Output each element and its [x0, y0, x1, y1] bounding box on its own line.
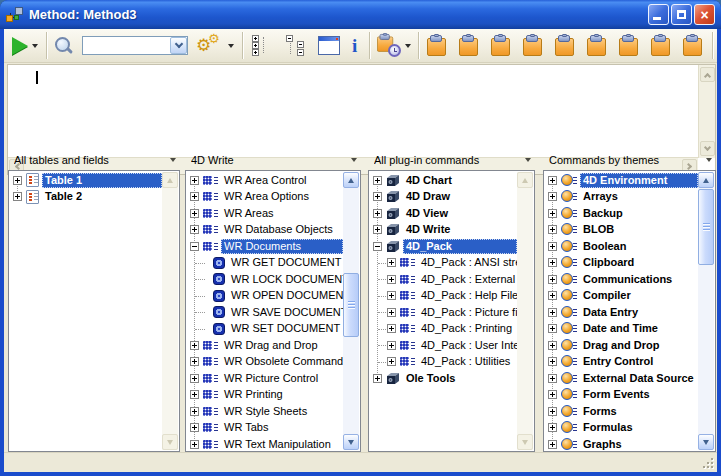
minimize-button[interactable]	[648, 4, 669, 25]
macros-dropdown-icon[interactable]	[405, 44, 411, 51]
settings-dropdown-icon[interactable]	[228, 44, 234, 51]
expand-icon[interactable]	[548, 423, 557, 432]
tree-item[interactable]: WR Area Control	[187, 172, 343, 189]
tree-item[interactable]: WR LOCK DOCUMENT	[187, 271, 343, 288]
tree-item[interactable]: WR Style Sheets	[187, 403, 343, 420]
expand-icon[interactable]	[548, 440, 557, 449]
tree-item[interactable]: WR Areas	[187, 205, 343, 222]
header-dropdown-icon[interactable]	[525, 158, 531, 165]
clipboard-button[interactable]	[587, 35, 606, 56]
collapse-all-button[interactable]	[286, 35, 306, 57]
tree-item[interactable]: 4D_Pack : Picture fil	[370, 304, 517, 321]
tree-item[interactable]: Table 2	[10, 189, 162, 206]
tree-item[interactable]: Ole Tools	[370, 370, 517, 387]
tree-item[interactable]: 4D View	[370, 205, 517, 222]
tree-item[interactable]: Boolean	[545, 238, 698, 255]
tree-item[interactable]: WR Drag and Drop	[187, 337, 343, 354]
expand-icon[interactable]	[548, 407, 557, 416]
scroll-up-button[interactable]	[698, 172, 714, 188]
tree-item[interactable]: Arrays	[545, 189, 698, 206]
tree-item[interactable]: WR Obsolete Commands	[187, 354, 343, 371]
scrollbar[interactable]	[698, 172, 714, 450]
panel-header[interactable]: Commands by themes	[543, 150, 716, 170]
tree-item[interactable]: Forms	[545, 403, 698, 420]
panel-header[interactable]: 4D Write	[185, 150, 361, 170]
search-input[interactable]	[83, 38, 170, 53]
tree-item[interactable]: WR Tabs	[187, 420, 343, 437]
scroll-up-button[interactable]	[162, 172, 178, 188]
tree-item[interactable]: WR SAVE DOCUMENT	[187, 304, 343, 321]
clipboard-button[interactable]	[555, 35, 574, 56]
clipboard-button[interactable]	[651, 35, 670, 56]
expand-icon[interactable]	[373, 209, 382, 218]
expand-icon[interactable]	[548, 308, 557, 317]
scroll-down-button[interactable]	[162, 434, 178, 450]
maximize-button[interactable]	[671, 4, 692, 25]
tree-item[interactable]: Communications	[545, 271, 698, 288]
tree-item[interactable]: 4D_Pack : ANSI stre	[370, 255, 517, 272]
expand-icon[interactable]	[190, 374, 199, 383]
expand-icon[interactable]	[548, 390, 557, 399]
tree-item[interactable]: Formulas	[545, 420, 698, 437]
tree-item[interactable]: Entry Control	[545, 354, 698, 371]
tree-item[interactable]: 4D_Pack : External	[370, 271, 517, 288]
plugin-command-list[interactable]: 4D Chart4D Draw4D View4D Write4D_Pack4D_…	[368, 170, 535, 452]
tree-item[interactable]: WR Picture Control	[187, 370, 343, 387]
scroll-down-button[interactable]	[698, 434, 714, 450]
collapse-icon[interactable]	[373, 242, 382, 251]
clipboard-button[interactable]	[683, 35, 702, 56]
clipboard-button[interactable]	[459, 35, 478, 56]
info-button[interactable]: i	[352, 36, 357, 55]
settings-button[interactable]: ⚙⚙	[198, 34, 234, 58]
editor-window-button[interactable]	[318, 36, 340, 55]
tree-item[interactable]: WR Area Options	[187, 189, 343, 206]
expand-icon[interactable]	[387, 324, 396, 333]
expand-icon[interactable]	[548, 374, 557, 383]
editor-vertical-scrollbar[interactable]	[698, 65, 715, 158]
run-dropdown-icon[interactable]	[32, 44, 38, 51]
expand-icon[interactable]	[190, 341, 199, 350]
tree-item[interactable]: WR SET DOCUMENT IN	[187, 321, 343, 338]
resize-grip-icon[interactable]	[700, 455, 714, 469]
expand-icon[interactable]	[190, 440, 199, 449]
expand-icon[interactable]	[548, 291, 557, 300]
tables-list[interactable]: Table 1Table 2	[8, 170, 180, 452]
expand-icon[interactable]	[190, 176, 199, 185]
tree-item[interactable]: 4D_Pack	[370, 238, 517, 255]
tree-item[interactable]: Compiler	[545, 288, 698, 305]
collapse-icon[interactable]	[190, 242, 199, 251]
scroll-down-button[interactable]	[343, 434, 359, 450]
tree-item[interactable]: 4D_Pack : Printing	[370, 321, 517, 338]
tree-item[interactable]: BLOB	[545, 222, 698, 239]
expand-icon[interactable]	[373, 176, 382, 185]
tree-item[interactable]: Drag and Drop	[545, 337, 698, 354]
expand-icon[interactable]	[373, 192, 382, 201]
scrollbar-thumb[interactable]	[698, 189, 714, 265]
expand-icon[interactable]	[190, 209, 199, 218]
expand-icon[interactable]	[548, 258, 557, 267]
tree-item[interactable]: 4D Write	[370, 222, 517, 239]
expand-icon[interactable]	[548, 357, 557, 366]
expand-icon[interactable]	[548, 275, 557, 284]
tree-item[interactable]: WR Documents	[187, 238, 343, 255]
scrollbar[interactable]	[517, 172, 533, 450]
expand-icon[interactable]	[190, 390, 199, 399]
search-combobox[interactable]	[82, 36, 188, 55]
close-button[interactable]: ×	[694, 4, 715, 25]
tree-item[interactable]: Graphs	[545, 436, 698, 450]
expand-icon[interactable]	[548, 192, 557, 201]
expand-icon[interactable]	[548, 341, 557, 350]
tree-item[interactable]: WR OPEN DOCUMENT	[187, 288, 343, 305]
expand-all-button[interactable]	[252, 35, 272, 57]
tree-item[interactable]: 4D Environment	[545, 172, 698, 189]
header-dropdown-icon[interactable]	[170, 158, 176, 165]
macros-button[interactable]	[377, 34, 411, 57]
panel-header[interactable]: All tables and fields	[8, 150, 180, 170]
expand-icon[interactable]	[13, 176, 22, 185]
expand-icon[interactable]	[373, 374, 382, 383]
expand-icon[interactable]	[13, 192, 22, 201]
tree-item[interactable]: WR Database Objects	[187, 222, 343, 239]
scrollbar[interactable]	[162, 172, 178, 450]
expand-icon[interactable]	[548, 242, 557, 251]
expand-icon[interactable]	[548, 176, 557, 185]
